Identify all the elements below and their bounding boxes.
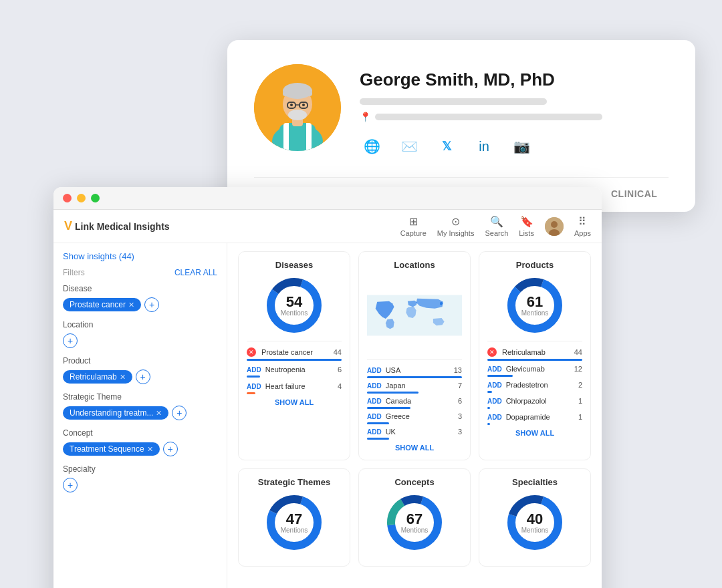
location-count-4: 3 xyxy=(458,412,462,420)
add-japan[interactable]: ADD xyxy=(367,382,382,390)
nav-search[interactable]: 🔍 Search xyxy=(485,215,508,237)
locations-card: Locations xyxy=(358,251,471,460)
diseases-number: 54 xyxy=(281,295,308,309)
insights-grid-top: Diseases 54 Mentions xyxy=(238,251,591,460)
location-icon: 📍 xyxy=(360,112,371,122)
product-count-1: 44 xyxy=(574,348,582,356)
nav-my-insights-label: My Insights xyxy=(437,229,475,237)
add-product-button[interactable]: + xyxy=(136,370,150,384)
location-name-5: UK xyxy=(386,428,455,436)
instagram-icon[interactable]: 📷 xyxy=(509,134,533,158)
product-row-3: ADD Pradestetron 2 xyxy=(487,379,582,391)
insights-grid-bottom: Strategic Themes 47 Mentions xyxy=(238,468,591,567)
product-count-4: 1 xyxy=(578,397,582,405)
capture-icon: ⊞ xyxy=(409,215,418,228)
disease-name-3: Heart failure xyxy=(265,382,335,390)
add-uk[interactable]: ADD xyxy=(367,428,382,436)
app-navbar: V Link Medical Insights ⊞ Capture ⊙ My I… xyxy=(53,210,602,243)
tag-prostate-cancer[interactable]: Prostate cancer ✕ xyxy=(63,298,141,311)
disease-row-3: ADD Heart failure 4 xyxy=(247,380,342,392)
twitter-icon[interactable]: 𝕏 xyxy=(435,134,459,158)
tag-concept-remove[interactable]: ✕ xyxy=(147,445,153,454)
profile-card: George Smith, MD, PhD 📍 🌐 ✉️ 𝕏 in 📷 OVER… xyxy=(227,40,695,212)
tab-clinical[interactable]: CLINICAL xyxy=(598,178,671,212)
add-canada[interactable]: ADD xyxy=(367,398,382,405)
filter-concept: Concept Treatment Sequence ✕ + xyxy=(63,428,217,456)
locations-show-all[interactable]: SHOW ALL xyxy=(367,444,462,452)
concepts-title: Concepts xyxy=(367,477,462,487)
strategic-themes-number: 47 xyxy=(281,512,308,527)
disease-count-1: 44 xyxy=(334,348,342,356)
email-icon[interactable]: ✉️ xyxy=(397,134,421,158)
tag-retriculamab[interactable]: Retriculamab ✕ xyxy=(63,370,132,384)
profile-info: George Smith, MD, PhD 📍 🌐 ✉️ 𝕏 in 📷 xyxy=(360,64,669,164)
user-avatar[interactable] xyxy=(545,217,564,236)
specialties-donut: 40 Mentions xyxy=(487,492,582,553)
disease-row-1: ✕ Prostate cancer 44 xyxy=(247,345,342,359)
lists-icon: 🔖 xyxy=(520,215,533,228)
tag-prostate-cancer-remove[interactable]: ✕ xyxy=(128,301,134,309)
add-heart-failure[interactable]: ADD xyxy=(247,383,261,390)
close-button[interactable] xyxy=(63,194,72,202)
concepts-center: 67 Mentions xyxy=(401,512,429,534)
globe-icon[interactable]: 🌐 xyxy=(360,134,384,158)
disease-count-2: 6 xyxy=(338,365,342,374)
products-show-all[interactable]: SHOW ALL xyxy=(487,429,582,437)
nav-apps[interactable]: ⠿ Apps xyxy=(574,215,591,237)
remove-prostate[interactable]: ✕ xyxy=(247,347,256,357)
nav-my-insights[interactable]: ⊙ My Insights xyxy=(437,215,475,237)
diseases-donut: 54 Mentions xyxy=(247,275,342,335)
add-concept-button[interactable]: + xyxy=(163,442,178,456)
profile-header: George Smith, MD, PhD 📍 🌐 ✉️ 𝕏 in 📷 xyxy=(254,64,669,164)
filter-location-tags: + xyxy=(63,333,217,348)
svg-rect-4 xyxy=(289,123,306,151)
tag-treatment-sequence[interactable]: Treatment Sequence ✕ xyxy=(63,442,160,456)
products-donut: 61 Mentions xyxy=(487,275,582,335)
strategic-themes-donut: 47 Mentions xyxy=(247,492,342,553)
tag-retriculamab-remove[interactable]: ✕ xyxy=(120,373,126,382)
strategic-themes-center: 47 Mentions xyxy=(281,512,308,534)
add-disease-button[interactable]: + xyxy=(144,297,159,312)
products-number: 61 xyxy=(521,295,549,309)
filter-specialty-label: Specialty xyxy=(63,464,217,474)
product-count-2: 12 xyxy=(574,365,582,373)
diseases-show-all[interactable]: SHOW ALL xyxy=(247,398,342,406)
nav-lists[interactable]: 🔖 Lists xyxy=(519,215,534,237)
add-specialty-button[interactable]: + xyxy=(63,478,78,492)
location-count-2: 7 xyxy=(458,382,462,390)
add-chlorpazolol[interactable]: ADD xyxy=(487,398,502,405)
product-name-1: Retriculamab xyxy=(502,348,572,356)
clear-all-button[interactable]: CLEAR ALL xyxy=(174,268,217,277)
show-insights[interactable]: Show insights (44) xyxy=(63,251,217,261)
nav-lists-label: Lists xyxy=(519,229,534,237)
maximize-button[interactable] xyxy=(91,194,100,202)
product-count-3: 2 xyxy=(578,381,582,389)
add-neutropenia[interactable]: ADD xyxy=(247,366,261,374)
tag-understanding-treatm[interactable]: Understanding treatm... ✕ xyxy=(63,406,168,420)
svg-point-13 xyxy=(290,104,293,106)
add-glevicumab[interactable]: ADD xyxy=(487,365,502,373)
add-location-button[interactable]: + xyxy=(63,333,78,348)
minimize-button[interactable] xyxy=(77,194,86,202)
apps-icon: ⠿ xyxy=(578,215,586,228)
add-usa[interactable]: ADD xyxy=(367,367,382,374)
app-logo: V Link Medical Insights xyxy=(64,219,170,233)
nav-capture-label: Capture xyxy=(400,229,427,237)
product-row-5: ADD Dopapramide 1 xyxy=(487,411,582,423)
add-greece[interactable]: ADD xyxy=(367,413,382,420)
nav-capture[interactable]: ⊞ Capture xyxy=(400,215,427,237)
product-row-2: ADD Glevicumab 12 xyxy=(487,363,582,375)
tag-theme-remove[interactable]: ✕ xyxy=(156,409,162,418)
location-row-2: ADD Japan 7 xyxy=(367,380,462,392)
tag-treatment-sequence-label: Treatment Sequence xyxy=(70,444,144,454)
location-name-3: Canada xyxy=(386,397,455,405)
add-dopapramide[interactable]: ADD xyxy=(487,414,502,421)
add-pradestetron[interactable]: ADD xyxy=(487,382,502,389)
remove-retriculamab[interactable]: ✕ xyxy=(487,347,497,357)
tag-retriculamab-label: Retriculamab xyxy=(70,372,117,382)
location-row-3: ADD Canada 6 xyxy=(367,395,462,407)
strategic-themes-label: Mentions xyxy=(281,527,308,534)
locations-rows: ADD USA 13 ADD Japan 7 ADD xyxy=(367,364,462,440)
add-theme-button[interactable]: + xyxy=(172,406,187,420)
linkedin-icon[interactable]: in xyxy=(472,134,496,158)
